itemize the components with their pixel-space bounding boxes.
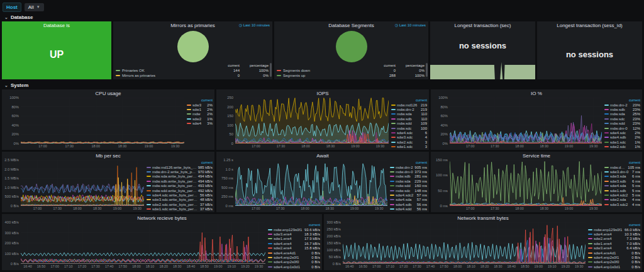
time-series-graph[interactable] <box>343 222 586 264</box>
legend-item[interactable]: mdw.sda.write_byts_per_second494 kB/s <box>147 174 213 179</box>
time-series-graph[interactable] <box>450 160 602 206</box>
panel-title[interactable]: Database is <box>2 21 111 30</box>
legend-item[interactable]: mdw.enp129s0f193.6 kB/s <box>268 227 320 232</box>
panel-await[interactable]: Await 1.25 s1.0 s750 ms500 ms250 ms0 ms … <box>216 152 429 212</box>
panel-database-segments[interactable]: Database Segments ◷ Last 10 minutes curr… <box>274 21 428 79</box>
legend-item[interactable]: sdw3.ens418.3 kB/s <box>268 232 320 236</box>
legend-row[interactable]: Segments down00% <box>277 68 425 73</box>
time-series-graph[interactable] <box>21 98 184 144</box>
legend-item[interactable]: sdw4.enp2s0f00 B/s <box>268 260 320 264</box>
panel-title[interactable]: IO % <box>431 89 642 98</box>
legend-item[interactable]: sdw4.enp2s0f10 B/s <box>588 255 640 259</box>
legend-item[interactable]: mdw.sdc148 ms <box>390 188 427 193</box>
legend-column-header[interactable]: percentage <box>396 64 425 67</box>
legend-item[interactable]: mdw2% <box>187 112 213 116</box>
legend-item[interactable]: sdw4.enp1s0d10 B/s <box>588 264 640 269</box>
panel-title[interactable]: Longest transaction (sess_id) <box>537 21 642 30</box>
legend-item[interactable]: sdw2.ens415.8 kB/s <box>268 246 320 251</box>
panel-longest-transaction-sess-id[interactable]: Longest transaction (sess_id) no session… <box>537 21 642 79</box>
plot-area[interactable] <box>343 222 586 264</box>
legend-item[interactable]: mdw.dm-2219 <box>391 107 427 111</box>
legend-column-header[interactable]: current <box>216 64 240 67</box>
panel-cpu-usage[interactable]: CPU usage 100%80%60%40%20%0% 17:0017:301… <box>2 89 214 150</box>
legend-current-header[interactable]: current <box>390 160 427 165</box>
legend-column-header[interactable]: percentage <box>240 64 269 67</box>
legend-item[interactable]: sdw4.sdc25 ms <box>604 193 640 197</box>
legend-item[interactable]: sdw1.sdc1% <box>604 140 640 144</box>
legend-current-header[interactable]: current <box>268 222 320 227</box>
legend-item[interactable]: sdw1.sdc.write_byts_per_second37 kB/s <box>147 207 213 212</box>
panel-io-percent[interactable]: IO % 100%80%60%40%20%0% 17:0017:3018:001… <box>431 89 642 150</box>
legend-item[interactable]: sdw1.ens417.9 kB/s <box>268 237 320 241</box>
panel-title[interactable]: CPU usage <box>2 89 214 98</box>
panel-title[interactable]: Network recieve bytes <box>2 214 322 222</box>
legend-item[interactable]: sdw3.dm-07 ms <box>604 169 640 174</box>
mirrors-pie-chart[interactable] <box>177 31 209 62</box>
panel-title[interactable]: Mb per sec <box>2 152 214 160</box>
panel-title[interactable]: IOPS <box>216 89 429 98</box>
panel-longest-transaction-sec[interactable]: Longest transaction (sec) no sessions <box>430 21 535 79</box>
legend-item[interactable]: sdw12% <box>187 107 213 111</box>
time-series-graph[interactable] <box>21 160 144 206</box>
legend-item[interactable]: sdw4.ens4d10 B/s <box>588 251 640 255</box>
plot-area[interactable] <box>235 98 389 144</box>
plot-area[interactable] <box>21 222 265 264</box>
legend-item[interactable]: sdw4.sdb56 ms <box>390 202 427 207</box>
legend-item[interactable]: sdw2.ens47.3 kB/s <box>588 237 640 241</box>
panel-iops[interactable]: IOPS 250200150100500 17:0017:3018:0018:3… <box>216 89 429 150</box>
legend-item[interactable]: sdw3.sdb6 ms <box>604 179 640 183</box>
legend-item[interactable]: sdw43% <box>187 122 213 126</box>
legend-item[interactable]: sdw3.sdc24 ms <box>604 202 640 207</box>
legend-item[interactable]: mdw.sdb281 ms <box>390 174 427 179</box>
legend-column-header[interactable]: current <box>372 64 396 67</box>
legend-item[interactable]: mdw.dm-223% <box>604 103 640 107</box>
legend-item[interactable]: mdw.dm-0105 ms <box>604 165 640 169</box>
panel-network-receive-bytes[interactable]: Network recieve bytes 400 kB/s300 kB/s20… <box>2 214 322 270</box>
legend-item[interactable]: sdw32% <box>187 103 213 107</box>
time-series-graph[interactable] <box>235 160 387 206</box>
legend-item[interactable]: mdw.dm-2.write_byts_per_second970 kB/s <box>147 169 213 174</box>
panel-mb-per-sec[interactable]: Mb per sec 2.5 MB/s2.0 MB/s1.5 MB/s1.0 M… <box>2 152 214 212</box>
section-header-database[interactable]: ⌄ Database <box>2 13 642 21</box>
legend-item[interactable]: sdw4.enp2s0f10 B/s <box>268 255 320 259</box>
legend-item[interactable]: mdw.sdc100 <box>391 126 427 130</box>
panel-service-time[interactable]: Service time 150 ms100 ms50 ms0 ms 17:00… <box>431 152 642 212</box>
plot-area[interactable] <box>450 160 602 206</box>
panel-title[interactable]: Network transmit bytes <box>324 214 642 222</box>
legend-item[interactable]: mdw.dm-2905 ms <box>390 165 427 169</box>
legend-item[interactable]: sdw4.ens416.7 kB/s <box>268 241 320 246</box>
legend-item[interactable]: sdw4.sdb2% <box>604 135 640 140</box>
legend-scrollbar[interactable] <box>270 63 272 77</box>
legend-item[interactable]: mdw.sdc.write_byts_per_second493 kB/s <box>147 184 213 188</box>
legend-item[interactable]: sdw2.sdc3 <box>391 140 427 144</box>
plot-area[interactable] <box>21 98 184 144</box>
legend-item[interactable]: sdw4.ens4d10 B/s <box>268 251 320 255</box>
legend-item[interactable]: mdw.enp129s0f166.0 kB/s <box>588 227 640 232</box>
plot-area[interactable] <box>21 160 144 206</box>
legend-item[interactable]: mdw.sda25% <box>604 112 640 116</box>
legend-item[interactable]: sdw3.sda6 ms <box>604 174 640 179</box>
legend-current-header[interactable]: current <box>604 98 640 103</box>
legend-item[interactable]: sdw21% <box>187 116 213 121</box>
legend-current-header[interactable]: current <box>588 222 640 227</box>
segments-pie-chart[interactable] <box>336 31 367 62</box>
legend-item[interactable]: sdw1.sdb5 ms <box>604 188 640 193</box>
section-header-system[interactable]: ⌄ System <box>2 81 642 89</box>
legend-item[interactable]: sdw4.sdc6 <box>391 130 427 135</box>
legend-current-header[interactable]: current <box>391 98 427 103</box>
legend-item[interactable]: sdw4.sdc257 ms <box>390 193 427 197</box>
legend-item[interactable]: mdw.sdd.write_byts_per_second492 kB/s <box>147 188 213 193</box>
time-series-graph[interactable] <box>450 98 602 144</box>
legend-item[interactable]: mdw.sdc23% <box>604 116 640 121</box>
legend-item[interactable]: mdw.md126219 <box>391 103 427 107</box>
legend-row[interactable]: Primaries OK144100% <box>116 68 269 73</box>
time-series-graph[interactable] <box>235 98 389 144</box>
legend-item[interactable]: sdw3.ens46.4 kB/s <box>588 246 640 251</box>
legend-item[interactable]: mdw.sdd160 ms <box>390 184 427 188</box>
panel-title[interactable]: Longest transaction (sec) <box>430 21 535 30</box>
legend-item[interactable]: mdw.sdd23% <box>604 122 640 126</box>
legend-item[interactable]: mdw.sdb23% <box>604 107 640 111</box>
legend-item[interactable]: sdw1.sdc3 <box>391 145 427 149</box>
legend-item[interactable]: sdw2.sdc.write_byts_per_second37 kB/s <box>147 202 213 207</box>
panel-database-is[interactable]: Database is UP <box>2 21 111 79</box>
